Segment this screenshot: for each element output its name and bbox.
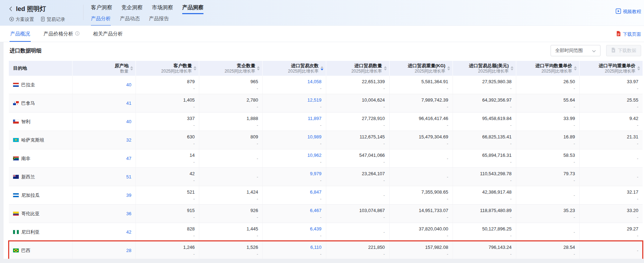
data-cell: 112,675,145-: [326, 131, 389, 149]
quick-links: 方案设置贸易记录: [9, 16, 83, 23]
sort-carets-icon[interactable]: [384, 66, 387, 70]
value-link[interactable]: 10,989: [307, 134, 322, 140]
quick-link-1[interactable]: 方案设置: [9, 16, 34, 23]
column-header-4[interactable]: 竞企数量2025同比增长率: [199, 61, 262, 76]
value-link[interactable]: 10,962: [307, 152, 322, 158]
sort-carets-icon[interactable]: [574, 66, 577, 70]
cell-growth: -: [637, 233, 638, 239]
destination-name: 巴拿马: [21, 100, 35, 107]
sub-nav-tab-2[interactable]: 产品动态: [120, 16, 140, 26]
value-link[interactable]: 36: [126, 211, 131, 217]
cell-value: 1,405: [183, 97, 195, 103]
value-link[interactable]: 41: [126, 100, 131, 106]
value-link[interactable]: 39: [126, 192, 131, 198]
sort-carets-icon[interactable]: [321, 66, 323, 70]
value-link[interactable]: 6,439: [310, 226, 322, 232]
data-cell: 33.20-: [579, 205, 643, 223]
value-link[interactable]: 42: [126, 229, 131, 235]
value-link[interactable]: 47: [126, 155, 131, 161]
value-link[interactable]: 40: [126, 119, 131, 125]
cell-value: 157,982.08: [425, 244, 448, 250]
value-link[interactable]: 9,979: [310, 171, 322, 177]
data-cell: 28.54-: [516, 241, 579, 259]
nav-tab-2[interactable]: 竞企洞察: [121, 4, 143, 14]
cell-growth: -: [637, 122, 638, 128]
value-link[interactable]: 32: [126, 137, 131, 143]
sort-carets-icon[interactable]: [637, 66, 640, 70]
destination-cell: 智利: [9, 113, 72, 131]
column-header-2[interactable]: 原产地数量: [72, 61, 136, 76]
data-cell: 14-: [136, 149, 199, 167]
sort-carets-icon[interactable]: [447, 66, 450, 70]
column-header-6[interactable]: 进口贸易数量2025同比增长率: [326, 61, 389, 76]
table-header-row: 目的地原产地数量客户数量2025同比增长率竞企数量2025同比增长率进口贸易次数…: [9, 61, 643, 76]
cell-growth: -: [193, 251, 195, 257]
cell-value: 926: [251, 207, 258, 213]
cell-growth: -: [193, 86, 195, 91]
value-link[interactable]: 12,519: [307, 97, 322, 103]
back-chevron-icon[interactable]: [9, 6, 13, 11]
sub-nav-tab-1[interactable]: 产品分析: [91, 16, 111, 26]
sort-carets-icon[interactable]: [194, 66, 196, 70]
quick-link-label: 贸易记录: [47, 16, 65, 23]
download-data-button[interactable]: 下载数据: [606, 45, 641, 56]
column-header-8[interactable]: 进口贸易总额(美元)2025同比增长率: [453, 61, 516, 76]
quick-link-2[interactable]: 贸易记录: [40, 16, 65, 23]
data-cell: 12,519-: [262, 94, 326, 112]
destination-name: 南非: [21, 155, 30, 162]
data-cell: -: [579, 168, 643, 186]
column-header-7[interactable]: 进口贸易重量(KG)2025同比增长率: [389, 61, 453, 76]
sort-carets-icon[interactable]: [257, 66, 260, 70]
data-cell: 25.55-: [579, 94, 643, 112]
column-header-10[interactable]: 进口平均重量单价2025同比增长率: [579, 61, 643, 76]
sub-nav-tab-3[interactable]: 产品报告: [149, 16, 169, 26]
nav-tab-1[interactable]: 客户洞察: [91, 4, 112, 14]
value-link[interactable]: 11,897: [308, 115, 322, 121]
cell-value: 965: [251, 79, 258, 85]
nav-tab-3[interactable]: 市场洞察: [152, 4, 173, 14]
page-tab-3[interactable]: 相关产品分析: [92, 26, 123, 42]
info-icon[interactable]: [75, 31, 80, 37]
download-page-label: 下载页面: [623, 31, 641, 38]
column-subtitle: 2025同比增长率: [161, 69, 192, 74]
data-cell: 96,416,417.46-: [389, 113, 453, 131]
cell-growth: -: [193, 196, 195, 202]
sort-desc-icon: [511, 69, 513, 70]
cell-value: 26.50: [563, 79, 575, 85]
column-header-5[interactable]: 进口贸易次数2025同比增长率: [262, 61, 326, 76]
column-title: 客户数量: [161, 63, 192, 69]
column-header-9[interactable]: 进口平均数量单价2025同比增长率: [516, 61, 579, 76]
value-link[interactable]: 6,467: [310, 207, 322, 213]
value-link[interactable]: 51: [126, 174, 131, 180]
page-tab-1[interactable]: 产品概况: [10, 26, 31, 42]
flag-chile-icon: [13, 120, 19, 124]
data-cell: 1,526-: [199, 241, 262, 259]
video-tutorial-link[interactable]: 视频教程: [616, 8, 641, 15]
cell-value: 58.53: [563, 152, 575, 158]
download-page-link[interactable]: 下载页面: [616, 31, 641, 38]
nav-tab-4[interactable]: 产品洞察: [182, 4, 203, 14]
cell-growth: -: [320, 251, 322, 257]
column-title: 竞企数量: [225, 63, 255, 69]
value-link[interactable]: 28: [126, 247, 131, 253]
cell-growth: -: [257, 251, 258, 257]
value-link[interactable]: 6,110: [310, 244, 322, 250]
sort-carets-icon[interactable]: [130, 66, 133, 70]
time-range-select[interactable]: 全部时间范围: [551, 45, 600, 56]
data-cell: 547,041,066-: [326, 149, 389, 167]
value-link[interactable]: 40: [126, 82, 131, 88]
column-header-3[interactable]: 客户数量2025同比增长率: [136, 61, 199, 76]
data-cell: 1,888-: [199, 113, 262, 131]
flag-kazakhstan-icon: [13, 138, 19, 142]
cell-growth: -: [510, 196, 512, 202]
cell-value: 7,989,742.39: [421, 97, 448, 103]
page-tab-2[interactable]: 产品价格分析: [43, 26, 80, 42]
value-link[interactable]: 14,058: [307, 79, 322, 85]
cell-value: 95,458,619.84: [482, 115, 512, 121]
sort-carets-icon[interactable]: [511, 66, 513, 70]
data-cell: 14,058-: [262, 76, 326, 94]
cell-value: 16.89: [563, 134, 575, 140]
value-link[interactable]: 6,847: [310, 189, 322, 195]
data-cell: 40: [72, 76, 136, 94]
cell-value: 809: [251, 134, 258, 140]
